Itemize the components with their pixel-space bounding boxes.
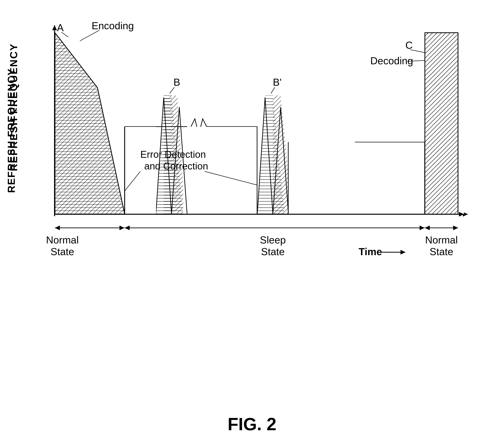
label-c: C [405,39,413,51]
label-a: A [57,22,64,33]
svg-rect-35 [289,127,355,214]
label-time: Time [359,246,382,257]
label-normal-state-left-line1: Normal [46,234,79,246]
label-normal-state-right-line1: Normal [425,234,458,246]
label-normal-state-left-line2: State [51,246,74,257]
svg-marker-62 [453,225,458,230]
svg-marker-60 [420,225,425,230]
label-error-detection-line2: and Correction [144,161,208,172]
svg-marker-63 [425,225,430,230]
page: REFRESH FREQUENCY [0,0,504,446]
label-sleep-state-line2: State [261,246,285,257]
label-normal-state-right-line2: State [430,246,453,257]
svg-marker-57 [120,225,124,230]
label-decoding: Decoding [370,55,413,67]
label-bprime: B' [273,77,282,88]
svg-rect-28 [425,33,458,214]
y-axis-label: REFRESH FREQUENCY [5,68,17,193]
svg-marker-65 [400,250,405,255]
label-sleep-state-line1: Sleep [260,234,286,246]
svg-rect-36 [355,142,425,214]
label-encoding: Encoding [91,20,134,31]
label-b: B [173,77,180,88]
svg-marker-59 [125,225,130,230]
label-error-detection-line1: Error Detection [140,149,206,160]
figure-label: FIG. 2 [228,414,276,434]
svg-marker-56 [55,225,60,230]
chart-svg: A Encoding B B' C Decoding Error Detecti… [23,10,491,341]
